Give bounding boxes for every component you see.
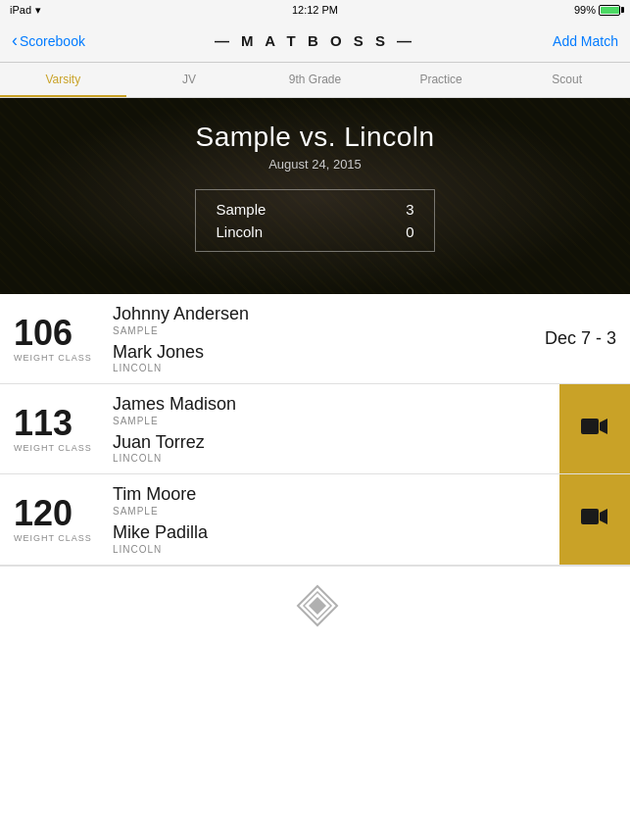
- video-button-120[interactable]: [559, 474, 630, 564]
- weight-number-120: 120: [14, 496, 73, 531]
- carrier-label: iPad: [10, 4, 31, 16]
- wrestlers-cell-113: James Madison SAMPLE Juan Torrez LINCOLN: [103, 384, 559, 473]
- status-time: 12:12 PM: [292, 4, 338, 16]
- match-date: August 24, 2015: [195, 157, 434, 172]
- back-button[interactable]: ‹ Scorebook: [12, 30, 85, 51]
- score-lincoln: 0: [406, 223, 413, 240]
- wrestler-team-113-0: SAMPLE: [113, 416, 550, 426]
- score-box: Sample 3 Lincoln 0: [195, 189, 434, 252]
- weight-cell-106: 106 WEIGHT CLASS: [0, 294, 103, 383]
- tab-varsity[interactable]: Varsity: [0, 63, 126, 97]
- weight-label-106: WEIGHT CLASS: [14, 353, 92, 363]
- team-name-sample: Sample: [216, 201, 266, 218]
- team-name-lincoln: Lincoln: [216, 223, 263, 240]
- footer-area: [0, 566, 630, 641]
- wrestler-block-120-0: Tim Moore SAMPLE: [113, 484, 550, 517]
- wrestler-team-106-1: LINCOLN: [113, 363, 521, 373]
- wrestler-team-120-1: LINCOLN: [113, 544, 550, 555]
- battery-fill: [601, 7, 619, 14]
- match-row-106: 106 WEIGHT CLASS Johnny Andersen SAMPLE …: [0, 294, 630, 384]
- tabs-bar: Varsity JV 9th Grade Practice Scout: [0, 63, 630, 98]
- wrestler-name-106-1: Mark Jones: [113, 342, 521, 364]
- weight-label-120: WEIGHT CLASS: [14, 533, 92, 543]
- match-title: Sample vs. Lincoln: [195, 122, 434, 153]
- weight-cell-120: 120 WEIGHT CLASS: [0, 474, 103, 564]
- score-row-lincoln: Lincoln 0: [216, 221, 413, 243]
- wrestler-team-120-0: SAMPLE: [113, 506, 550, 517]
- wrestler-block-113-1: Juan Torrez LINCOLN: [113, 432, 550, 465]
- wrestler-team-106-0: SAMPLE: [113, 325, 521, 336]
- wrestler-block-113-0: James Madison SAMPLE: [113, 394, 550, 426]
- video-button-113[interactable]: [559, 384, 630, 473]
- wrestler-name-106-0: Johnny Andersen: [113, 304, 521, 325]
- add-match-button[interactable]: Add Match: [553, 33, 618, 49]
- video-camera-icon-120: [581, 506, 608, 533]
- main-content: Sample vs. Lincoln August 24, 2015 Sampl…: [0, 98, 630, 840]
- wrestler-name-113-0: James Madison: [113, 394, 550, 416]
- weight-label-113: WEIGHT CLASS: [14, 443, 92, 453]
- back-chevron-icon: ‹: [12, 30, 18, 51]
- score-row-sample: Sample 3: [216, 198, 413, 221]
- matboss-logo: [296, 584, 335, 623]
- back-label[interactable]: Scorebook: [20, 33, 85, 49]
- weight-cell-113: 113 WEIGHT CLASS: [0, 384, 103, 473]
- wrestler-team-113-1: LINCOLN: [113, 453, 550, 464]
- result-text-106: Dec 7 - 3: [545, 328, 616, 349]
- score-sample: 3: [406, 201, 413, 218]
- wrestlers-cell-106: Johnny Andersen SAMPLE Mark Jones LINCOL…: [103, 294, 531, 383]
- hero-content: Sample vs. Lincoln August 24, 2015 Sampl…: [195, 98, 434, 252]
- app-title: — M A T B O S S —: [215, 32, 415, 49]
- status-left: iPad ▾: [10, 4, 41, 17]
- svg-marker-1: [600, 419, 607, 434]
- svg-marker-3: [600, 509, 607, 524]
- tab-practice[interactable]: Practice: [378, 63, 505, 97]
- wrestler-name-120-1: Mike Padilla: [113, 522, 550, 544]
- status-bar: iPad ▾ 12:12 PM 99%: [0, 0, 630, 20]
- result-cell-106: Dec 7 - 3: [531, 294, 630, 383]
- svg-rect-0: [581, 419, 599, 434]
- battery-icon: [599, 5, 620, 16]
- wifi-icon: ▾: [35, 4, 41, 17]
- wrestler-block-106-0: Johnny Andersen SAMPLE: [113, 304, 521, 336]
- hero-section: Sample vs. Lincoln August 24, 2015 Sampl…: [0, 98, 630, 294]
- match-row-113: 113 WEIGHT CLASS James Madison SAMPLE Ju…: [0, 384, 630, 474]
- wrestler-name-120-0: Tim Moore: [113, 484, 550, 506]
- svg-marker-6: [309, 597, 326, 615]
- weight-number-113: 113: [14, 406, 73, 441]
- tab-9th-grade[interactable]: 9th Grade: [252, 63, 378, 97]
- wrestler-block-120-1: Mike Padilla LINCOLN: [113, 522, 550, 555]
- svg-rect-2: [581, 509, 599, 524]
- battery-percentage: 99%: [574, 4, 596, 16]
- video-camera-icon-113: [581, 416, 608, 443]
- wrestler-block-106-1: Mark Jones LINCOLN: [113, 342, 521, 374]
- tab-scout[interactable]: Scout: [504, 63, 630, 97]
- status-right: 99%: [574, 4, 620, 16]
- weight-number-106: 106: [14, 316, 73, 351]
- match-row-120: 120 WEIGHT CLASS Tim Moore SAMPLE Mike P…: [0, 474, 630, 565]
- match-list: 106 WEIGHT CLASS Johnny Andersen SAMPLE …: [0, 294, 630, 840]
- tab-jv[interactable]: JV: [126, 63, 253, 97]
- wrestlers-cell-120: Tim Moore SAMPLE Mike Padilla LINCOLN: [103, 474, 559, 564]
- wrestler-name-113-1: Juan Torrez: [113, 432, 550, 454]
- nav-bar: ‹ Scorebook — M A T B O S S — Add Match: [0, 20, 630, 63]
